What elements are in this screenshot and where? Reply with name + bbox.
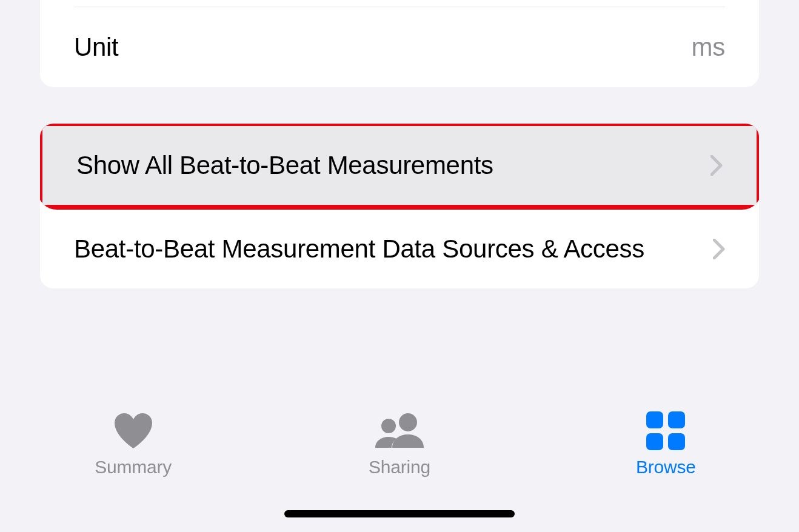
data-sources-label: Beat-to-Beat Measurement Data Sources & … — [74, 233, 644, 264]
settings-card-navigation: Show All Beat-to-Beat Measurements Beat-… — [40, 124, 759, 288]
tab-summary[interactable]: Summary — [0, 410, 266, 477]
prior-row-divider — [74, 0, 725, 7]
chevron-right-icon — [710, 155, 723, 176]
tab-summary-label: Summary — [95, 457, 172, 477]
tab-sharing[interactable]: Sharing — [266, 410, 532, 477]
unit-label: Unit — [74, 33, 119, 62]
show-all-label: Show All Beat-to-Beat Measurements — [76, 150, 493, 181]
heart-icon — [112, 410, 155, 452]
show-all-measurements-row[interactable]: Show All Beat-to-Beat Measurements — [42, 126, 757, 205]
highlight-annotation: Show All Beat-to-Beat Measurements — [40, 124, 759, 210]
svg-point-1 — [381, 419, 396, 433]
grid-icon — [646, 410, 685, 452]
chevron-right-icon — [713, 239, 725, 259]
unit-row[interactable]: Unit ms — [40, 7, 759, 87]
settings-card-top: Unit ms — [40, 0, 759, 87]
svg-point-0 — [399, 413, 417, 431]
tab-browse[interactable]: Browse — [533, 410, 799, 477]
tab-browse-label: Browse — [636, 457, 696, 477]
unit-value: ms — [692, 33, 725, 62]
people-icon — [373, 410, 426, 452]
home-indicator[interactable] — [284, 510, 515, 517]
tab-sharing-label: Sharing — [369, 457, 430, 477]
data-sources-row[interactable]: Beat-to-Beat Measurement Data Sources & … — [40, 210, 759, 288]
